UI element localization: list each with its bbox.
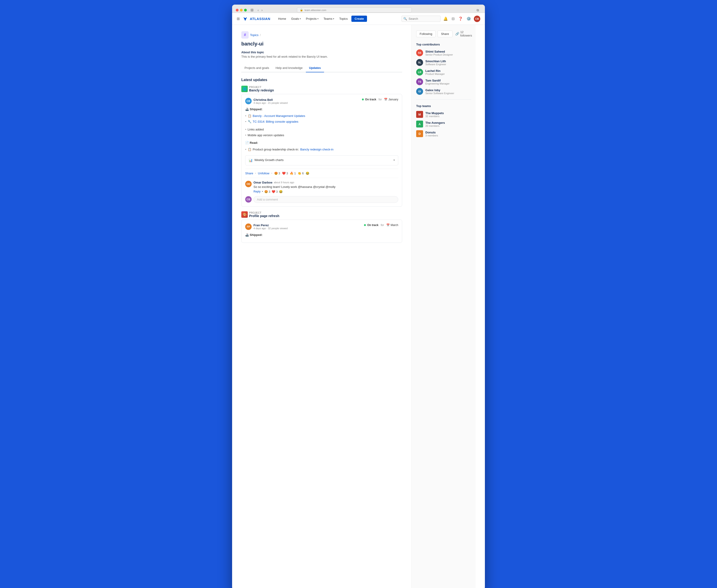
nav-topics[interactable]: Topics xyxy=(337,16,350,22)
settings-icon[interactable]: ⚙️ xyxy=(466,16,472,22)
comment-author-1[interactable]: Omar Darboe xyxy=(253,181,272,184)
team-2[interactable]: A The Avengers 20 members xyxy=(416,121,471,127)
reaction-3[interactable]: 🔥1 xyxy=(290,172,296,175)
comment-reaction-1[interactable]: 🤩3 xyxy=(264,190,270,193)
update-item-1: 🌐 Project Bancly redesign CB Christina B… xyxy=(241,86,402,207)
shipped-link-1[interactable]: Bancly - Account Management Updates xyxy=(253,114,305,119)
shipped-link-2[interactable]: TC-3314: Billing console upgrades xyxy=(253,120,299,124)
comment-reaction-2[interactable]: ❤️3 xyxy=(272,190,278,193)
forward-button[interactable]: › xyxy=(261,8,264,13)
shipped-list: 📋 Bancly - Account Management Updates 🔧 … xyxy=(245,113,398,125)
section-title: Latest updates xyxy=(241,78,402,82)
attachment-icon: 📊 xyxy=(249,158,252,163)
nav-arrows: ‹ › xyxy=(257,8,263,13)
url-bar[interactable]: 🔒 team.atlassian.com xyxy=(297,7,412,13)
search-input[interactable] xyxy=(402,16,441,22)
contributor-avatar-4[interactable]: TS xyxy=(416,78,423,85)
main-layout: # Topics / bancly-ui About this topic Th… xyxy=(232,25,485,588)
update-item-2: 🎨 Project Profile page refresh FP Fran P… xyxy=(241,211,402,243)
browser-window: ⊞ ‹ › 🔒 team.atlassian.com ⧉ ⊞ ATLASSIAN… xyxy=(232,5,485,588)
comment-actions-1: Reply • 🤩3 ❤️3 😂 xyxy=(253,190,398,193)
breadcrumb-parent[interactable]: Topics xyxy=(250,33,259,37)
project-info-1: Project Bancly redesign xyxy=(249,86,274,92)
read-link-1[interactable]: Bancly redesign check-in xyxy=(300,147,333,152)
month-badge-1: 📅 January xyxy=(384,98,398,101)
contributor-name-4[interactable]: Tam Sardif xyxy=(425,79,450,82)
attachment-chevron-icon: ▾ xyxy=(393,158,395,162)
reaction-2[interactable]: ❤️3 xyxy=(282,172,288,175)
atlassian-logo[interactable]: ATLASSIAN xyxy=(243,16,270,22)
reaction-5[interactable]: 😂 xyxy=(306,172,309,175)
tab-updates[interactable]: Updates xyxy=(306,64,324,72)
contributor-avatar-2[interactable]: SL xyxy=(416,59,423,66)
maximize-button[interactable] xyxy=(244,9,247,12)
contributor-avatar-3[interactable]: LR xyxy=(416,69,423,76)
atlassian-logo-svg xyxy=(243,16,248,22)
contributor-avatar-5[interactable]: GI xyxy=(416,88,423,95)
attachment-left: 📊 Weekly Growth charts xyxy=(249,158,284,163)
share-action[interactable]: Share xyxy=(245,172,253,175)
close-button[interactable] xyxy=(236,9,239,12)
team-avatar-2: A xyxy=(416,121,423,127)
project-tag-1: Project xyxy=(249,86,274,88)
new-tab-icon[interactable]: ⧉ xyxy=(477,8,479,12)
update-body-1: 🚢 Shipped: 📋 Bancly - Account Management… xyxy=(245,107,398,165)
grid-icon[interactable]: ⊞ xyxy=(237,17,240,21)
user-avatar[interactable]: CB xyxy=(474,16,480,22)
author-name-1[interactable]: Christina Bell xyxy=(253,98,288,102)
tab-projects-goals[interactable]: Projects and goals xyxy=(241,64,272,72)
tab-help-knowledge[interactable]: Help and knowledge xyxy=(272,64,306,72)
attachment-label: Weekly Growth charts xyxy=(254,158,284,163)
sidebar-toggle-icon[interactable]: ⊞ xyxy=(250,8,253,12)
update-card-1: CB Christina Bell 4 days ago · 21 people… xyxy=(241,94,402,207)
nav-home[interactable]: Home xyxy=(276,16,288,22)
app-header: ⊞ ATLASSIAN Home Goals ▾ Projects ▾ Team… xyxy=(232,13,485,25)
lock-icon: 🔒 xyxy=(300,8,303,12)
top-contributors-title: Top contributors xyxy=(416,43,471,46)
contributor-info-4: Tam Sardif Engineering Manager xyxy=(425,79,450,85)
sidebar: Following Share 🔗 12 followers Top contr… xyxy=(411,25,476,588)
reply-action[interactable]: Reply xyxy=(253,190,261,193)
teams-list: M The Muppets 32 members A The Avengers … xyxy=(416,111,471,137)
reaction-1[interactable]: 😍3 xyxy=(274,172,280,175)
team-info-2: The Avengers 20 members xyxy=(425,121,445,127)
unfollow-action[interactable]: Unfollow xyxy=(258,172,269,175)
project-name-2[interactable]: Profile page refresh xyxy=(249,214,280,218)
following-button[interactable]: Following xyxy=(416,30,436,37)
nav-projects[interactable]: Projects ▾ xyxy=(304,16,321,22)
team-1[interactable]: M The Muppets 32 members xyxy=(416,111,471,118)
attachment-row[interactable]: 📊 Weekly Growth charts ▾ xyxy=(245,155,398,165)
project-name-1[interactable]: Bancly redesign xyxy=(249,88,274,92)
contributor-avatar-1[interactable]: SS xyxy=(416,49,423,56)
comment-reaction-3[interactable]: 😂 xyxy=(279,190,283,193)
share-button[interactable]: Share xyxy=(437,30,452,37)
top-teams-title: Top teams xyxy=(416,104,471,108)
reaction-4[interactable]: 👏6 xyxy=(298,172,304,175)
contributor-name-3[interactable]: Lachel Rin xyxy=(425,69,445,72)
create-button[interactable]: Create xyxy=(351,16,367,22)
minimize-button[interactable] xyxy=(240,9,243,12)
team-members-2: 20 members xyxy=(425,125,445,127)
help-icon[interactable]: ❓ xyxy=(457,16,464,22)
followers-count: 🔗 12 followers xyxy=(455,30,472,37)
contributor-3: LR Lachel Rin Product Manager xyxy=(416,69,471,76)
page-title: bancly-ui xyxy=(241,41,402,47)
nav-goals[interactable]: Goals ▾ xyxy=(289,16,303,22)
author-name-2[interactable]: Fran Perez xyxy=(253,224,288,227)
add-comment-input[interactable]: Add a comment xyxy=(253,196,398,203)
month-text-2: March xyxy=(391,224,398,227)
back-button[interactable]: ‹ xyxy=(257,8,260,13)
contributor-1: SS Shimi Saheed Senior Product Designer xyxy=(416,49,471,56)
contributor-name-1[interactable]: Shimi Saheed xyxy=(425,50,453,53)
contributor-5: GI Galex Isby Senior Software Engineer xyxy=(416,88,471,95)
comment-body-1: Omar Darboe about 9 hours ago So so exci… xyxy=(253,181,398,193)
team-info-1: The Muppets 32 members xyxy=(425,111,444,118)
status-text-1: On track xyxy=(365,98,376,101)
notifications-icon[interactable]: 🔔 xyxy=(443,16,449,22)
team-3[interactable]: D Donuts 3 members xyxy=(416,130,471,137)
apps-icon[interactable]: ⊟ xyxy=(451,16,455,22)
contributor-name-5[interactable]: Galex Isby xyxy=(425,88,454,92)
search-wrapper: 🔍 xyxy=(402,16,441,22)
contributor-name-2[interactable]: Smochlan Lith xyxy=(425,60,446,63)
nav-teams[interactable]: Teams ▾ xyxy=(321,16,336,22)
